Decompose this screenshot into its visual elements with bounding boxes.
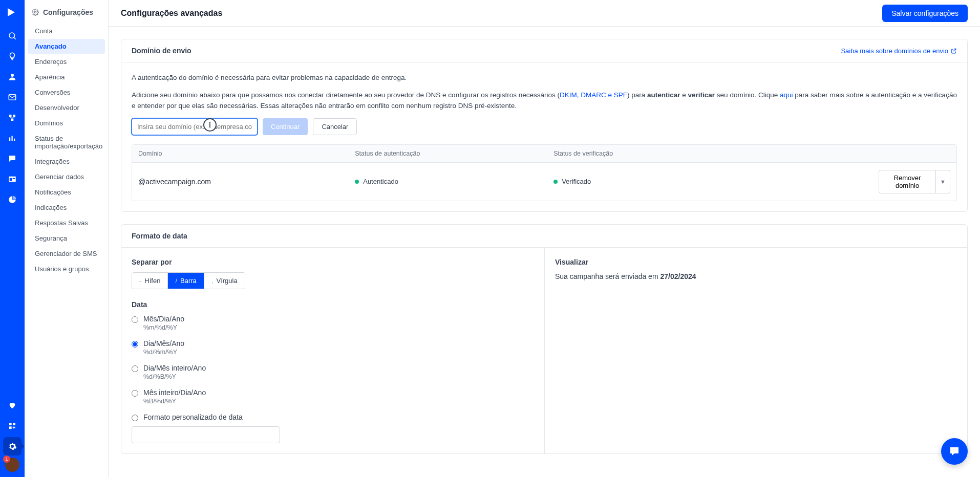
intro-text: A autenticação do domínio é necessária p… [132, 73, 957, 83]
svg-rect-7 [9, 138, 10, 141]
col-auth: Status de autenticação [355, 150, 553, 157]
card-title: Domínio de envio [132, 47, 191, 55]
sidebar-item-advanced[interactable]: Avançado [28, 39, 105, 54]
radio-mdy[interactable]: Mês/Dia/Ano%m/%d/%Y [132, 315, 534, 331]
svg-point-16 [34, 11, 36, 13]
svg-rect-6 [11, 119, 14, 121]
sidebar-item-manage-data[interactable]: Gerenciar dados [28, 169, 105, 184]
radio-dby[interactable]: Dia/Mês inteiro/Ano%d/%B/%Y [132, 364, 534, 380]
chat-fab[interactable] [941, 438, 968, 465]
preview-label: Visualizar [555, 258, 957, 266]
sidebar-item-addresses[interactable]: Endereços [28, 54, 105, 69]
table-row: @activecampaign.com Autenticado Verifica… [132, 163, 956, 201]
separate-by-label: Separar por [132, 258, 534, 266]
seg-hyphen[interactable]: -Hífen [132, 273, 167, 289]
sidebar-item-domains[interactable]: Domínios [28, 116, 105, 131]
sidebar-item-developer[interactable]: Desenvolvedor [28, 100, 105, 115]
user-avatar[interactable]: 1 [5, 458, 19, 472]
data-label: Data [132, 300, 534, 309]
radio-input[interactable] [132, 365, 138, 372]
learn-more-link[interactable]: Saiba mais sobre domínios de envio [841, 47, 957, 55]
page-title: Configurações avançadas [121, 9, 222, 18]
continue-button[interactable]: Continuar [263, 118, 308, 135]
separator-segment: -Hífen /Barra ,Vírgula [132, 272, 245, 289]
card-title: Formato de data [132, 232, 187, 240]
search-icon[interactable] [3, 27, 22, 45]
radio-input[interactable] [132, 316, 138, 323]
description-text: Adicione seu domínio abaixo para que pos… [132, 90, 957, 111]
sidebar-item-security[interactable]: Segurança [28, 231, 105, 246]
external-link-icon [950, 48, 957, 54]
col-verify: Status de verificação [553, 150, 879, 157]
sidebar-item-integrations[interactable]: Integrações [28, 154, 105, 169]
sidebar-title: Configurações [43, 8, 93, 16]
sidebar-item-conversions[interactable]: Conversões [28, 85, 105, 100]
domain-input[interactable] [132, 118, 258, 135]
sidebar-item-import-export[interactable]: Status de importação/exportação [28, 131, 105, 154]
radio-input[interactable] [132, 341, 138, 348]
radio-bdy[interactable]: Mês inteiro/Dia/Ano%B/%d/%Y [132, 388, 534, 405]
dkim-link[interactable]: DKIM, DMARC e SPF [560, 91, 627, 99]
seg-slash[interactable]: /Barra [167, 273, 203, 289]
cancel-button[interactable]: Cancelar [313, 118, 357, 135]
auth-status: Autenticado [355, 178, 553, 185]
gear-icon[interactable] [3, 437, 22, 456]
campaign-icon[interactable] [3, 88, 22, 106]
sidebar-item-referrals[interactable]: Indicações [28, 200, 105, 215]
svg-rect-4 [9, 115, 12, 117]
sidebar-item-account[interactable]: Conta [28, 24, 105, 38]
sidebar-item-sms-manager[interactable]: Gerenciador de SMS [28, 246, 105, 261]
sidebar-header: Configurações [25, 8, 108, 24]
sidebar-item-appearance[interactable]: Aparência [28, 70, 105, 84]
svg-rect-9 [14, 139, 15, 141]
sending-domain-card: Domínio de envio Saiba mais sobre domíni… [121, 39, 968, 212]
conversations-icon[interactable] [3, 149, 22, 168]
site-icon[interactable] [3, 170, 22, 188]
seg-comma[interactable]: ,Vírgula [204, 273, 245, 289]
verify-status: Verificado [553, 178, 879, 185]
preview-text: Sua campanha será enviada em 27/02/2024 [555, 272, 957, 280]
automation-icon[interactable] [3, 109, 22, 127]
notification-badge: 1 [3, 456, 10, 463]
svg-rect-8 [12, 136, 13, 141]
gear-icon [32, 9, 39, 16]
topbar: Configurações avançadas Salvar configura… [109, 0, 980, 27]
save-button[interactable]: Salvar configurações [882, 5, 968, 22]
sidebar-item-notifications[interactable]: Notificações [28, 185, 105, 200]
chat-icon [948, 445, 961, 458]
svg-point-0 [9, 33, 15, 38]
here-link[interactable]: aqui [780, 91, 793, 99]
favorite-icon[interactable] [3, 396, 22, 415]
main-content: Configurações avançadas Salvar configura… [109, 0, 980, 477]
sidebar-item-users-groups[interactable]: Usuários e grupos [28, 262, 105, 276]
col-domain: Domínio [138, 150, 355, 157]
svg-rect-15 [9, 426, 12, 429]
deals-icon[interactable] [3, 129, 22, 147]
status-dot-icon [553, 180, 558, 184]
radio-input[interactable] [132, 390, 138, 397]
nav-rail: 1 [0, 0, 25, 477]
radio-input[interactable] [132, 415, 138, 421]
lightbulb-icon[interactable] [3, 47, 22, 66]
remove-domain-button[interactable]: Remover domínio [879, 170, 936, 193]
date-format-card: Formato de data Separar por -Hífen /Barr… [121, 224, 968, 454]
remove-domain-caret[interactable]: ▼ [936, 170, 950, 193]
svg-line-1 [14, 37, 16, 39]
app-logo[interactable] [6, 6, 18, 18]
apps-icon[interactable] [3, 417, 22, 435]
svg-rect-13 [9, 423, 12, 425]
radio-custom[interactable]: Formato personalizado de data [132, 413, 534, 421]
reports-icon[interactable] [3, 190, 22, 209]
svg-rect-14 [13, 423, 15, 425]
svg-rect-5 [13, 115, 16, 117]
svg-rect-12 [13, 178, 15, 179]
svg-rect-11 [10, 178, 12, 181]
custom-format-input[interactable] [132, 426, 280, 443]
contact-icon[interactable] [3, 68, 22, 86]
radio-dmy[interactable]: Dia/Mês/Ano%d/%m/%Y [132, 339, 534, 356]
domain-cell: @activecampaign.com [138, 178, 355, 186]
status-dot-icon [355, 180, 359, 184]
settings-sidebar: Configurações Conta Avançado Endereços A… [25, 0, 109, 477]
sidebar-item-saved-responses[interactable]: Respostas Salvas [28, 215, 105, 230]
svg-point-2 [11, 74, 14, 77]
